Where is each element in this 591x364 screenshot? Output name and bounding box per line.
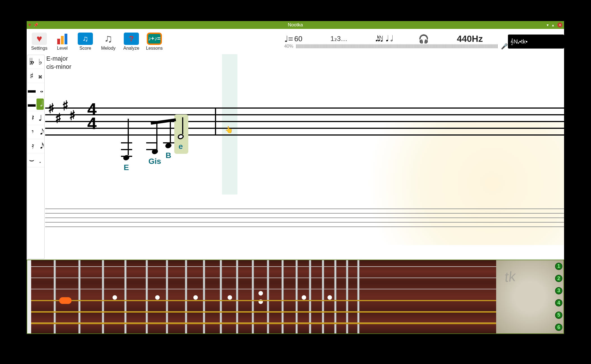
- numbering-option[interactable]: 1₂3…: [330, 35, 347, 43]
- whole-rest-button[interactable]: ▬: [28, 84, 35, 96]
- string-4[interactable]: [31, 300, 563, 301]
- barline: [215, 107, 216, 136]
- eighth-note-button[interactable]: 𝅘𝅥𝅮: [36, 127, 44, 138]
- string-3[interactable]: [31, 289, 563, 289]
- note-Gis[interactable]: Gis: [148, 121, 161, 166]
- quarter-note-button[interactable]: ♩: [36, 113, 44, 124]
- minimize-button[interactable]: ▾: [547, 23, 549, 27]
- sound-level-label: 40%: [284, 44, 293, 49]
- fret-marker: [302, 295, 306, 300]
- dotted-note-icon: 𝅘𝅥.: [386, 34, 388, 44]
- maximize-button[interactable]: ▴: [552, 23, 554, 27]
- dot-button[interactable]: .: [36, 155, 44, 166]
- sixteenth-rest-button[interactable]: 𝄿: [28, 141, 35, 152]
- string-1[interactable]: [31, 266, 563, 267]
- melody-icon: ♫: [104, 32, 113, 45]
- nut: [27, 260, 31, 333]
- svg-rect-1: [61, 36, 64, 44]
- app-window: ♥ 📌 Nootka ▾ ▴ ✕ ♥ Settings: [27, 21, 564, 334]
- fret-marker: [258, 291, 263, 296]
- double-sharp-button[interactable]: 𝄪: [36, 70, 44, 82]
- finger-position[interactable]: [59, 297, 72, 304]
- note-palette: 𝄫 ♭ ♯ 𝄪 ▬ 𝅝 ▬ 𝅗𝅥 𝄽 ♩ 𝄾 𝅘𝅥𝅮: [27, 55, 45, 259]
- close-button[interactable]: ✕: [557, 22, 562, 28]
- string-2[interactable]: [31, 278, 563, 278]
- string-5[interactable]: [31, 311, 563, 313]
- app-icon: ♥: [28, 22, 31, 28]
- sharp-icon: ♯: [48, 100, 54, 116]
- level-bars-icon: [56, 33, 68, 44]
- sharp-icon: ♯: [55, 110, 61, 126]
- note-value-selector[interactable]: 𝅘𝅥𝅯 𝅘𝅥𝅮 ♩ 𝅘𝅥. 𝅗𝅥: [375, 34, 390, 44]
- main-toolbar: ♥ Settings Level ♫ Score: [27, 29, 564, 54]
- key-signature-label: E-major cis-minor: [46, 55, 71, 71]
- heart-gear-icon: ♥: [36, 33, 42, 44]
- fret-marker: [327, 295, 332, 300]
- string-label-2[interactable]: 2: [555, 275, 562, 282]
- svg-rect-0: [57, 39, 60, 44]
- analyze-icon: ?: [129, 34, 134, 43]
- flat-button[interactable]: ♭: [36, 56, 44, 68]
- half-note-button[interactable]: 𝅗𝅥: [36, 99, 44, 110]
- note-cursor-icon[interactable]: 👆: [225, 126, 233, 134]
- headphones-icon[interactable]: 🎧: [418, 34, 429, 44]
- mic-icon[interactable]: 🎤: [501, 43, 508, 50]
- titlebar: ♥ 📌 Nootka ▾ ▴ ✕: [27, 21, 564, 29]
- score-button[interactable]: ♫ Score: [74, 33, 97, 51]
- lessons-icon: ♪+♪=: [148, 35, 160, 42]
- fret-marker: [113, 295, 117, 300]
- svg-rect-2: [65, 34, 67, 44]
- fretboard[interactable]: tk 1 2 3 4 5 6: [27, 260, 564, 334]
- string-label-6[interactable]: 6: [555, 324, 562, 331]
- note-B[interactable]: B: [165, 119, 171, 160]
- whole-note-button[interactable]: 𝅝: [36, 84, 44, 96]
- fretboard-neck[interactable]: [31, 260, 496, 333]
- guitar-logo: tk: [504, 268, 516, 285]
- lessons-button[interactable]: ♪+♪= Lessons: [143, 33, 166, 51]
- sharp-icon: ♯: [62, 98, 68, 113]
- half-rest-button[interactable]: ▬: [28, 99, 35, 110]
- note-e[interactable]: e: [178, 117, 184, 151]
- string-label-3[interactable]: 3: [555, 287, 562, 294]
- quarter-rest-button[interactable]: 𝄽: [28, 113, 35, 124]
- score-area[interactable]: E-major cis-minor ♯ ♯ ♯ ♯ 4 4: [45, 54, 564, 260]
- fret-marker: [228, 295, 232, 300]
- sixteenth-note-button[interactable]: 𝅘𝅥𝅯: [36, 141, 44, 152]
- fret-marker: [155, 295, 160, 300]
- settings-button[interactable]: ♥ Settings: [28, 33, 51, 51]
- sharp-button[interactable]: ♯: [28, 70, 35, 82]
- fret-marker: [193, 295, 198, 300]
- string-6[interactable]: [31, 322, 563, 324]
- note-E[interactable]: E: [123, 119, 129, 172]
- staff-empty[interactable]: [45, 209, 564, 231]
- sharp-icon: ♯: [69, 107, 75, 123]
- tie-button[interactable]: ⌣: [28, 155, 35, 166]
- level-button[interactable]: Level: [51, 33, 74, 51]
- notation-preview[interactable]: 𝄞N𝅘𝅥 ▪tk▪: [508, 35, 564, 49]
- quarter-note-icon: ♩: [380, 34, 384, 44]
- window-title: Nootka: [288, 22, 303, 28]
- double-flat-button[interactable]: 𝄫: [28, 56, 35, 68]
- string-label-4[interactable]: 4: [555, 299, 562, 306]
- string-label-5[interactable]: 5: [555, 312, 562, 319]
- tuning-frequency[interactable]: 440Hz: [457, 34, 483, 44]
- guitar-body: tk 1 2 3 4 5 6: [496, 260, 563, 333]
- time-signature: 4 4: [87, 102, 97, 131]
- staff[interactable]: ♯ ♯ ♯ ♯ 4 4: [45, 82, 564, 161]
- melody-button[interactable]: ♫ Melody: [97, 33, 120, 51]
- quarter-note-icon: ♩=: [284, 34, 293, 44]
- tempo-display[interactable]: ♩= 60: [284, 34, 302, 44]
- analyze-button[interactable]: ? Analyze: [120, 33, 143, 51]
- score-icon: ♫: [83, 34, 88, 43]
- sound-level-meter[interactable]: [296, 44, 498, 48]
- string-label-1[interactable]: 1: [555, 263, 562, 270]
- eighth-rest-button[interactable]: 𝄾: [28, 127, 35, 138]
- pin-icon[interactable]: 📌: [33, 23, 38, 27]
